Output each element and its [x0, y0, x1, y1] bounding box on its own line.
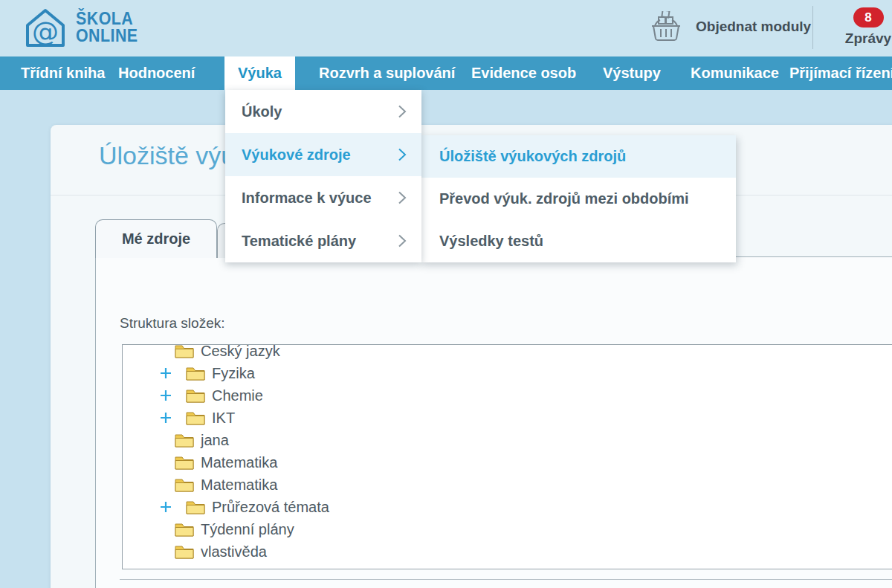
- nav-item[interactable]: Komunikace: [677, 56, 792, 90]
- nav-item-label: Přijímací řízení: [789, 65, 892, 81]
- basket-icon: [649, 11, 683, 42]
- logo-text: ŠKOLA ONLINE: [76, 10, 138, 45]
- folder-icon: [175, 477, 194, 492]
- folder-icon: [186, 410, 205, 425]
- nav-item-label: Třídní kniha: [21, 65, 105, 81]
- expand-plus-icon[interactable]: [160, 367, 172, 379]
- folder-name: Fyzika: [212, 365, 255, 382]
- expand-plus-icon[interactable]: [160, 390, 172, 401]
- nav-item-label: Komunikace: [691, 65, 779, 81]
- menu-item-label: Úkoly: [242, 103, 282, 120]
- folder-tree: Český jazyk Fyzika: [122, 344, 892, 569]
- order-modules-button[interactable]: Objednat moduly: [649, 11, 811, 42]
- menu-item[interactable]: Informace k výuce: [225, 176, 421, 219]
- nav-item[interactable]: Přijímací řízení: [776, 56, 892, 90]
- tree-row[interactable]: Matematika: [123, 451, 892, 474]
- expand-plus-icon[interactable]: [160, 501, 172, 513]
- tree-row[interactable]: Matematika: [123, 474, 892, 496]
- folder-icon: [175, 544, 194, 559]
- menu-item-label: Informace k výuce: [242, 190, 372, 207]
- nav-item[interactable]: Rozvrh a suplování: [306, 56, 468, 90]
- tree-row[interactable]: Průřezová témata: [123, 496, 892, 518]
- folder-name: vlastivěda: [201, 543, 267, 560]
- nav-item-label: Výstupy: [603, 65, 661, 81]
- folder-icon: [175, 344, 194, 358]
- tree-row[interactable]: IKT: [123, 407, 892, 429]
- app-header: @ ŠKOLA ONLINE Objednat moduly 8 Zprávy: [0, 0, 892, 56]
- folder-structure-label: Struktura složek:: [120, 315, 225, 332]
- nav-item-label: Rozvrh a suplování: [319, 65, 455, 81]
- nav-item-label: Výuka: [238, 65, 282, 81]
- order-modules-label: Objednat moduly: [696, 19, 811, 35]
- nav-item[interactable]: Hodnocení: [105, 56, 208, 90]
- folder-icon: [186, 366, 205, 381]
- submenu-item[interactable]: Výsledky testů: [421, 220, 736, 262]
- folder-name: Matematika: [201, 476, 277, 494]
- tree-row[interactable]: vlastivěda: [123, 540, 892, 563]
- tree-row[interactable]: Fyzika: [123, 362, 892, 384]
- tree-row[interactable]: jana: [123, 429, 892, 451]
- folder-name: IKT: [212, 410, 235, 427]
- menu-item[interactable]: Výukové zdroje: [225, 133, 421, 176]
- nav-item[interactable]: Třídní kniha: [7, 56, 118, 90]
- tree-row[interactable]: Český jazyk: [123, 344, 892, 362]
- nav-item-label: Evidence osob: [471, 65, 576, 81]
- nav-item[interactable]: Evidence osob: [458, 56, 589, 90]
- folder-name: jana: [201, 432, 229, 449]
- main-nav: Třídní kniha Hodnocení Výuka Rozvrh a su…: [0, 56, 892, 90]
- folder-name: Český jazyk: [201, 344, 280, 360]
- folder-name: Průřezová témata: [212, 499, 329, 516]
- folder-name: Matematika: [201, 454, 277, 471]
- messages-label: Zprávy: [843, 30, 892, 47]
- tab-my-resources[interactable]: Mé zdroje: [95, 219, 217, 258]
- messages-button[interactable]: 8 Zprávy: [843, 7, 892, 47]
- folder-icon: [186, 388, 205, 403]
- vyuka-dropdown-menu: Úkoly Výukové zdroje Informace k výuce: [225, 90, 421, 262]
- submenu-item-label: Převod výuk. zdrojů mezi obdobími: [439, 190, 689, 207]
- chevron-right-icon: [398, 147, 407, 162]
- vyukove-zdroje-submenu: Úložiště výukových zdrojů Převod výuk. z…: [421, 135, 736, 262]
- menu-item[interactable]: Tematické plány: [225, 219, 421, 262]
- menu-item[interactable]: Úkoly: [225, 90, 421, 133]
- tree-row[interactable]: Chemie: [123, 384, 892, 407]
- app-logo[interactable]: @ ŠKOLA ONLINE: [21, 6, 143, 49]
- folder-icon: [175, 433, 194, 448]
- folder-icon: [175, 455, 194, 470]
- nav-item[interactable]: Výstupy: [589, 56, 674, 90]
- menu-item-label: Výukové zdroje: [242, 146, 351, 164]
- folder-icon: [175, 522, 194, 537]
- svg-text:@: @: [32, 16, 59, 47]
- submenu-item-label: Úložiště výukových zdrojů: [439, 148, 626, 165]
- nav-item[interactable]: Výuka: [224, 56, 295, 90]
- folder-icon: [186, 500, 205, 514]
- bottom-divider: [120, 579, 892, 580]
- house-at-logo-icon: @: [21, 6, 70, 49]
- tree-row[interactable]: Týdenní plány: [123, 518, 892, 540]
- expand-plus-icon[interactable]: [160, 412, 172, 424]
- submenu-item[interactable]: Úložiště výukových zdrojů: [421, 135, 736, 178]
- folder-name: Týdenní plány: [201, 521, 294, 538]
- chevron-right-icon: [398, 233, 407, 248]
- folder-name: Chemie: [212, 387, 263, 404]
- submenu-item-label: Výsledky testů: [439, 233, 543, 250]
- tab-content: Struktura složek: Česk: [95, 256, 892, 588]
- messages-count-badge: 8: [853, 7, 884, 28]
- chevron-right-icon: [398, 104, 407, 119]
- chevron-right-icon: [398, 190, 407, 205]
- header-divider: [812, 6, 813, 49]
- submenu-item[interactable]: Převod výuk. zdrojů mezi obdobími: [421, 178, 736, 220]
- menu-item-label: Tematické plány: [242, 233, 356, 250]
- tab-label: Mé zdroje: [122, 230, 190, 248]
- nav-item-label: Hodnocení: [118, 65, 195, 81]
